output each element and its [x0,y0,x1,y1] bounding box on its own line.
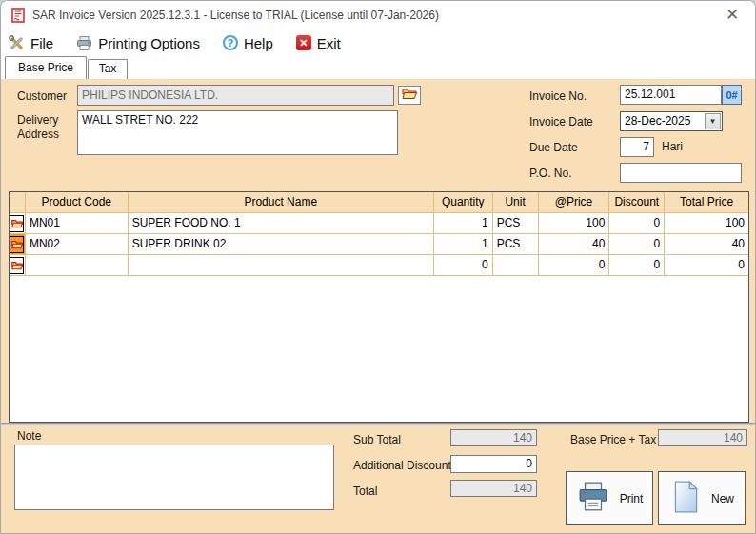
print-button-label: Print [620,492,644,505]
header-total-price: Total Price [665,192,748,213]
table-row-empty[interactable]: 0 0 0 0 [10,255,748,276]
delivery-address-textarea[interactable]: WALL STRET NO. 222 [77,110,398,155]
menu-file-label: File [30,35,53,51]
cell-quantity[interactable]: 1 [434,213,493,234]
cell-product-name[interactable] [129,255,434,276]
app-window: SAR Invoice Version 2025.12.3.1 - Licens… [0,0,756,534]
close-button[interactable]: ✕ [723,6,742,25]
cell-unit[interactable] [493,255,539,276]
row-browse-cell[interactable] [10,213,26,234]
row-browse-cell[interactable] [10,234,26,255]
customer-label: Customer [17,89,67,103]
cell-quantity[interactable]: 0 [434,255,493,276]
header-price: @Price [539,192,610,213]
table-header-row: Product Code Product Name Quantity Unit … [10,192,748,213]
due-date-label: Due Date [529,141,578,154]
printer-icon [576,480,610,517]
customer-browse-button[interactable] [398,86,421,105]
open-folder-icon[interactable] [10,236,24,253]
table-row-selected[interactable]: MN02 SUPER DRINK 02 1 PCS 40 0 40 [10,234,748,255]
base-price-tax-label: Base Price + Tax [570,433,656,446]
print-button[interactable]: Print [566,471,653,525]
header-unit: Unit [493,192,539,213]
header-product-name: Product Name [129,192,434,213]
additional-discount-field[interactable]: 0 [450,455,537,473]
menu-printing-options[interactable]: Printing Options [76,35,200,51]
title-bar: SAR Invoice Version 2025.12.3.1 - Licens… [1,1,755,30]
header-discount: Discount [609,192,665,213]
new-button[interactable]: New [658,471,746,525]
tools-icon [9,35,25,51]
cell-price[interactable]: 100 [539,213,610,234]
new-button-label: New [711,492,734,505]
note-label: Note [17,429,41,443]
items-table: Product Code Product Name Quantity Unit … [9,191,749,423]
tab-tax[interactable]: Tax [88,59,128,79]
customer-field: PHILIPS INDONESIA LTD. [77,85,394,106]
total-field: 140 [450,480,537,497]
menu-exit-label: Exit [317,35,341,51]
section-divider [1,423,755,425]
po-no-label: P.O. No. [529,167,571,180]
menu-bar: File Printing Options ? Help ✕ Exit [1,30,755,56]
menu-exit[interactable]: ✕ Exit [296,35,341,51]
cell-unit[interactable]: PCS [493,234,539,255]
open-folder-icon[interactable] [10,215,24,232]
cell-total-price[interactable]: 0 [665,255,748,276]
window-title: SAR Invoice Version 2025.12.3.1 - Licens… [32,9,439,22]
cell-unit[interactable]: PCS [493,213,539,234]
total-label: Total [353,485,377,498]
cell-total-price[interactable]: 40 [665,234,748,255]
chevron-down-icon[interactable]: ▼ [705,113,721,129]
delivery-address-label: Delivery Address [17,113,70,142]
invoice-no-label: Invoice No. [529,89,587,103]
header-product-code: Product Code [26,192,129,213]
header-quantity: Quantity [434,192,493,213]
note-textarea[interactable] [14,445,334,510]
base-price-tax-field: 140 [658,429,747,446]
cell-quantity[interactable]: 1 [434,234,493,255]
menu-help[interactable]: ? Help [223,35,273,51]
help-icon: ? [223,35,238,50]
printer-icon [76,35,92,51]
invoice-date-value: 28-Dec-2025 [625,114,690,128]
menu-printing-options-label: Printing Options [98,35,200,51]
cell-discount[interactable]: 0 [609,255,665,276]
invoice-number-format-button[interactable]: 0# [722,85,742,105]
cell-product-name[interactable]: SUPER FOOD NO. 1 [129,213,434,234]
sub-total-field: 140 [450,429,537,446]
invoice-no-field[interactable]: 25.12.001 [620,85,722,105]
additional-discount-label: Additional Discount [353,459,451,472]
due-date-unit-label: Hari [662,140,683,153]
cell-product-name[interactable]: SUPER DRINK 02 [129,234,434,255]
tab-base-price[interactable]: Base Price [5,56,87,79]
invoice-date-label: Invoice Date [529,115,593,129]
invoice-app-icon [10,8,26,27]
cell-product-code[interactable]: MN01 [26,213,129,234]
cell-discount[interactable]: 0 [609,234,665,255]
po-no-field[interactable] [620,163,742,183]
menu-file[interactable]: File [9,35,53,51]
cell-discount[interactable]: 0 [609,213,665,234]
open-folder-icon[interactable] [10,257,24,274]
cell-price[interactable]: 0 [539,255,610,276]
sub-total-label: Sub Total [353,433,401,446]
tab-strip: Base Price Tax [1,56,755,79]
row-browse-cell[interactable] [10,255,26,276]
cell-product-code[interactable] [26,255,129,276]
base-price-panel: Customer PHILIPS INDONESIA LTD. Delivery… [1,79,755,534]
invoice-date-dropdown[interactable]: 28-Dec-2025 ▼ [620,111,723,131]
new-document-icon [669,480,702,517]
cell-product-code[interactable]: MN02 [26,234,129,255]
cell-price[interactable]: 40 [539,234,610,255]
cell-total-price[interactable]: 100 [665,213,748,234]
menu-help-label: Help [244,35,273,51]
exit-icon: ✕ [296,35,311,50]
table-row[interactable]: MN01 SUPER FOOD NO. 1 1 PCS 100 0 100 [10,213,748,234]
open-folder-icon [402,87,417,104]
header-icon-column [10,192,26,213]
due-date-field[interactable]: 7 [620,137,654,157]
